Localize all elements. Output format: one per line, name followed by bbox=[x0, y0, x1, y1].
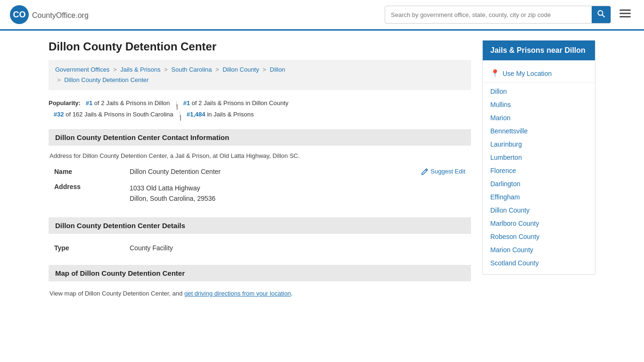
rank3-text-suffix: of 162 Jails & Prisons in South Carolina bbox=[66, 111, 173, 118]
pop-sep-2: | bbox=[180, 112, 180, 117]
suggest-edit-icon bbox=[421, 168, 429, 175]
rank4-text-suffix: in Jails & Prisons bbox=[207, 111, 254, 118]
sidebar-link-florence[interactable]: Florence bbox=[483, 164, 595, 177]
map-desc-end: . bbox=[291, 290, 293, 297]
sidebar-link-dillon[interactable]: Dillon bbox=[483, 85, 595, 98]
rank2-num: #1 bbox=[183, 99, 190, 107]
hamburger-icon bbox=[619, 9, 631, 18]
sidebar-link-darlington[interactable]: Darlington bbox=[483, 177, 595, 190]
rank4-num: #1,484 bbox=[187, 111, 206, 118]
popularity-row: Popularity: #1 of 2 Jails & Prisons in D… bbox=[49, 98, 471, 120]
sidebar-box: Jails & Prisons near Dillon 📍 Use My Loc… bbox=[482, 40, 595, 275]
contact-section-header: Dillon County Detention Center Contact I… bbox=[49, 129, 471, 146]
rank1-text-suffix: of 2 Jails & Prisons in Dillon bbox=[94, 99, 170, 107]
rank3-num: #32 bbox=[54, 111, 64, 118]
sidebar-link-marion-county[interactable]: Marion County bbox=[483, 243, 595, 256]
sidebar-link-lumberton[interactable]: Lumberton bbox=[483, 151, 595, 164]
suggest-edit-label: Suggest Edit bbox=[430, 168, 465, 175]
table-row-name: Name Dillon County Detention Center Sugg… bbox=[49, 164, 471, 179]
driving-directions-link[interactable]: get driving directions from your locatio… bbox=[184, 290, 291, 297]
breadcrumb-link-dillon[interactable]: Dillon bbox=[270, 66, 285, 73]
details-section-header: Dillon County Detention Center Details bbox=[49, 217, 471, 234]
sidebar: Jails & Prisons near Dillon 📍 Use My Loc… bbox=[482, 40, 595, 299]
table-row-type: Type County Facility bbox=[49, 240, 471, 255]
type-label: Type bbox=[49, 240, 124, 255]
breadcrumb-sep-3: > bbox=[215, 66, 219, 73]
breadcrumb-link-government-offices[interactable]: Government Offices bbox=[55, 66, 109, 73]
sidebar-title: Jails & Prisons near Dillon bbox=[483, 41, 595, 60]
rank2-text-suffix: of 2 Jails & Prisons in Dillon County bbox=[192, 99, 289, 107]
details-info-table: Type County Facility bbox=[49, 240, 471, 255]
map-desc-start: View map of Dillon County Detention Cent… bbox=[50, 290, 184, 297]
svg-text:CO: CO bbox=[13, 10, 26, 19]
sidebar-link-bennettsville[interactable]: Bennettsville bbox=[483, 124, 595, 138]
sidebar-link-scotland-county[interactable]: Scotland County bbox=[483, 256, 595, 270]
menu-button[interactable] bbox=[616, 7, 635, 23]
breadcrumb-link-south-carolina[interactable]: South Carolina bbox=[171, 66, 212, 73]
popularity-label: Popularity: bbox=[49, 99, 81, 107]
sidebar-link-dillon-county[interactable]: Dillon County bbox=[483, 204, 595, 217]
name-value-cell: Dillon County Detention Center Suggest E… bbox=[124, 164, 471, 179]
breadcrumb-link-jails-prisons[interactable]: Jails & Prisons bbox=[120, 66, 160, 73]
contact-info-table: Name Dillon County Detention Center Sugg… bbox=[49, 164, 471, 208]
sidebar-use-location: 📍 Use My Location bbox=[483, 65, 595, 83]
breadcrumb: Government Offices > Jails & Prisons > S… bbox=[49, 60, 471, 90]
breadcrumb-sep-2: > bbox=[164, 66, 168, 73]
sidebar-link-effingham[interactable]: Effingham bbox=[483, 190, 595, 204]
address-label: Address bbox=[49, 179, 124, 208]
address-line1: 1033 Old Latta Highway bbox=[130, 183, 465, 193]
svg-rect-4 bbox=[619, 9, 631, 11]
search-bar bbox=[385, 6, 611, 24]
breadcrumb-sep: > bbox=[113, 66, 117, 73]
name-label: Name bbox=[49, 164, 124, 179]
breadcrumb-sep-5: > bbox=[57, 76, 61, 83]
breadcrumb-sep-4: > bbox=[263, 66, 266, 73]
map-description: View map of Dillon County Detention Cent… bbox=[49, 288, 471, 299]
svg-rect-5 bbox=[619, 13, 631, 14]
sidebar-link-robeson-county[interactable]: Robeson County bbox=[483, 230, 595, 243]
site-header: CO CountyOffice.org bbox=[0, 0, 644, 31]
rank1-num: #1 bbox=[86, 99, 92, 107]
sidebar-link-laurinburg[interactable]: Laurinburg bbox=[483, 138, 595, 151]
search-input[interactable] bbox=[385, 8, 592, 22]
sidebar-link-mullins[interactable]: Mullins bbox=[483, 98, 595, 111]
search-button[interactable] bbox=[592, 6, 611, 23]
map-section-header: Map of Dillon County Detention Center bbox=[49, 265, 471, 281]
page-body: Dillon County Detention Center Governmen… bbox=[39, 31, 605, 318]
breadcrumb-link-current[interactable]: Dillon County Detention Center bbox=[64, 76, 149, 83]
address-line2: Dillon, South Carolina, 29536 bbox=[130, 193, 465, 204]
sidebar-link-marion[interactable]: Marion bbox=[483, 111, 595, 124]
sidebar-link-marlboro-county[interactable]: Marlboro County bbox=[483, 217, 595, 230]
breadcrumb-link-dillon-county[interactable]: Dillon County bbox=[223, 66, 259, 73]
logo-area: CO CountyOffice.org bbox=[9, 5, 89, 25]
pop-sep-1: | bbox=[176, 101, 177, 107]
contact-description: Address for Dillon County Detention Cent… bbox=[49, 152, 471, 159]
type-value: County Facility bbox=[124, 240, 471, 255]
header-right bbox=[385, 6, 635, 24]
countyoffice-logo-icon: CO bbox=[9, 5, 29, 25]
name-value: Dillon County Detention Center bbox=[130, 168, 221, 175]
svg-rect-6 bbox=[619, 16, 631, 17]
address-value: 1033 Old Latta Highway Dillon, South Car… bbox=[130, 183, 465, 204]
location-pin-icon: 📍 bbox=[490, 69, 500, 78]
use-location-link[interactable]: Use My Location bbox=[503, 70, 552, 77]
search-icon bbox=[597, 10, 605, 17]
main-content: Dillon County Detention Center Governmen… bbox=[49, 40, 471, 299]
suggest-edit-link[interactable]: Suggest Edit bbox=[421, 168, 465, 175]
svg-line-3 bbox=[603, 15, 605, 17]
table-row-address: Address 1033 Old Latta Highway Dillon, S… bbox=[49, 179, 471, 208]
logo-text: CountyOffice.org bbox=[32, 9, 89, 20]
page-title: Dillon County Detention Center bbox=[49, 40, 471, 53]
svg-line-7 bbox=[426, 169, 427, 171]
address-value-cell: 1033 Old Latta Highway Dillon, South Car… bbox=[124, 179, 471, 208]
sidebar-list: 📍 Use My Location Dillon Mullins Marion … bbox=[483, 60, 595, 274]
